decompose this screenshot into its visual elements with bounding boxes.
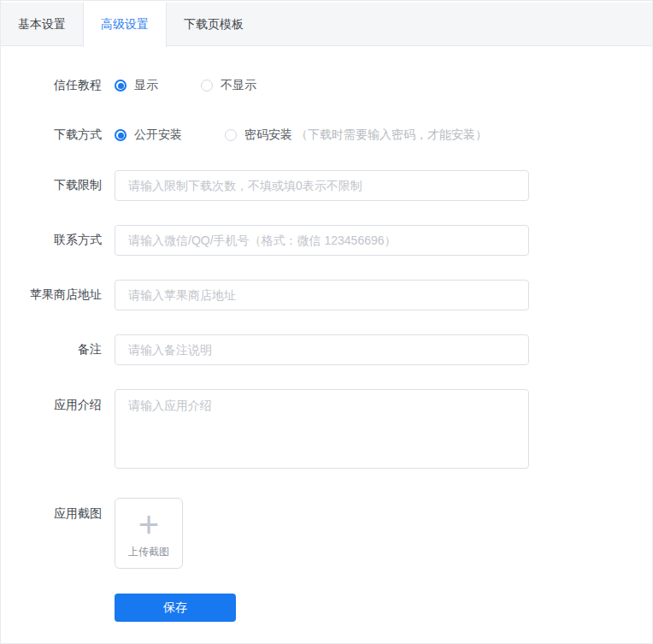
upload-screenshot-button[interactable]: + 上传截图 [115,498,183,569]
save-button[interactable]: 保存 [115,594,236,622]
app-intro-textarea[interactable] [115,389,529,469]
tab-advanced-settings-label: 高级设置 [101,17,149,31]
radio-option-label: 密码安装 [244,127,292,143]
radio-option-label: 公开安装 [134,127,182,143]
contact-input[interactable] [115,225,529,256]
download-limit-label: 下载限制 [1,178,102,193]
apple-store-label: 苹果商店地址 [1,287,102,303]
download-method-option-password[interactable]: 密码安装 （下载时需要输入密码，才能安装） [225,127,487,143]
apple-store-input[interactable] [115,280,529,310]
download-method-option-public[interactable]: 公开安装 [115,127,182,143]
download-method-row: 下载方式 公开安装 密码安装 （下载时需要输入密码，才能安装） [1,127,652,144]
contact-row: 联系方式 [1,225,652,256]
tab-basic-settings-label: 基本设置 [18,17,66,31]
trust-tutorial-option-hide[interactable]: 不显示 [201,78,256,93]
trust-tutorial-label: 信任教程 [1,78,102,93]
tab-bar: 基本设置 高级设置 下载页模板 [1,3,652,46]
password-install-note: （下载时需要输入密码，才能安装） [296,127,487,143]
radio-option-label: 不显示 [221,78,256,93]
download-method-radio-group: 公开安装 密码安装 （下载时需要输入密码，才能安装） [115,127,487,143]
app-screenshot-label: 应用截图 [1,498,102,522]
contact-label: 联系方式 [1,233,102,248]
download-limit-input[interactable] [115,170,529,201]
download-method-label: 下载方式 [1,127,102,143]
radio-icon [115,80,126,92]
trust-tutorial-option-show[interactable]: 显示 [115,78,158,93]
radio-icon [115,129,126,141]
trust-tutorial-row: 信任教程 显示 不显示 [1,77,652,94]
tab-advanced-settings[interactable]: 高级设置 [83,3,167,47]
plus-icon: + [138,508,160,542]
remark-row: 备注 [1,334,652,365]
tab-download-page-template[interactable]: 下载页模板 [167,3,261,46]
radio-icon [201,80,213,92]
tab-download-page-template-label: 下载页模板 [184,17,244,31]
download-limit-row: 下载限制 [1,170,652,201]
radio-option-label: 显示 [134,78,158,93]
tab-basic-settings[interactable]: 基本设置 [1,3,83,46]
advanced-settings-form: 信任教程 显示 不显示 下载方式 公开安装 [1,46,652,622]
remark-input[interactable] [115,334,529,365]
upload-screenshot-text: 上传截图 [128,545,169,559]
app-screenshot-row: 应用截图 + 上传截图 [1,498,652,569]
apple-store-row: 苹果商店地址 [1,280,652,310]
app-intro-label: 应用介绍 [1,389,102,413]
radio-icon [225,129,237,141]
app-intro-row: 应用介绍 [1,389,652,472]
remark-label: 备注 [1,342,102,357]
settings-page: 基本设置 高级设置 下载页模板 信任教程 显示 不显示 [0,0,653,644]
trust-tutorial-radio-group: 显示 不显示 [115,78,256,93]
